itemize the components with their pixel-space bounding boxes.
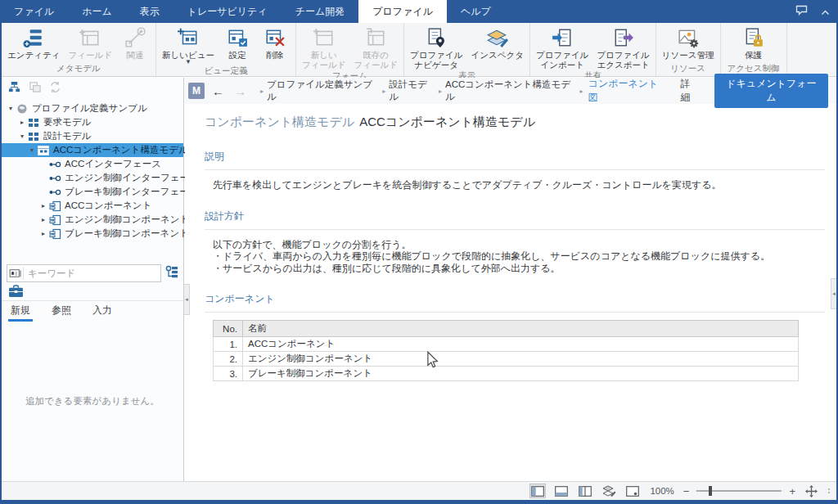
menu-tab-profile[interactable]: プロファイル bbox=[358, 0, 447, 23]
tab-new[interactable]: 新規 bbox=[10, 302, 31, 319]
expander-icon[interactable] bbox=[17, 119, 27, 126]
row-number-cell: 3. bbox=[214, 367, 243, 381]
filter-hierarchy-icon[interactable] bbox=[165, 265, 178, 281]
existing-field-icon bbox=[365, 27, 386, 48]
layout-navigator-view-button[interactable] bbox=[529, 484, 546, 498]
search-box bbox=[7, 264, 161, 282]
protect-button[interactable]: 保護 bbox=[735, 25, 773, 60]
component-diagram-link[interactable]: コンポーネント図 bbox=[588, 77, 666, 105]
field-icon bbox=[79, 27, 101, 48]
breadcrumb-item[interactable]: ACCコンポーネント構造モデル bbox=[445, 79, 577, 103]
table-row[interactable]: 3. ブレーキ制御コンポーネント bbox=[214, 367, 799, 381]
tree-item-profile-sample[interactable]: プロファイル定義サンプル bbox=[2, 101, 183, 115]
menu-tab-traceability[interactable]: トレーサビリティ bbox=[173, 0, 282, 23]
description-text[interactable]: 先行車を検出してエンジンとブレーキを統合制御することでアダプティブ・クルーズ・コ… bbox=[205, 179, 825, 191]
ribbon-group-form: 新しい フィールド 既存の フィールド フォーム bbox=[296, 23, 404, 76]
section-divider bbox=[205, 169, 825, 170]
breadcrumb-item[interactable]: プロファイル定義サンプル bbox=[267, 79, 379, 103]
breadcrumb-separator-icon bbox=[580, 88, 583, 95]
layout-bottom-panel-button[interactable] bbox=[553, 484, 570, 498]
collapse-inspector-handle[interactable]: ◂ bbox=[831, 278, 836, 309]
tree-item-engine-component[interactable]: エンジン制御コンポーネント bbox=[2, 213, 183, 227]
tree-item-brake-interface[interactable]: ブレーキ制御インターフェース bbox=[2, 185, 183, 199]
menu-tab-file[interactable]: ファイル bbox=[0, 0, 68, 23]
profile-export-button[interactable]: プロファイル エクスポート bbox=[592, 25, 653, 70]
interface-icon bbox=[48, 159, 61, 170]
zoom-slider-thumb[interactable] bbox=[709, 486, 712, 496]
resource-manage-button[interactable]: リソース管理 bbox=[658, 25, 719, 60]
tree-item-acc-component[interactable]: ACCコンポーネント bbox=[2, 199, 183, 213]
component-icon bbox=[48, 228, 61, 240]
menu-tab-view[interactable]: 表示 bbox=[126, 0, 173, 23]
pan-tool-icon[interactable] bbox=[803, 484, 819, 498]
forward-button[interactable]: → bbox=[232, 85, 249, 97]
tree-item-requirement-model[interactable]: 要求モデル bbox=[2, 115, 183, 129]
new-view-icon bbox=[178, 27, 199, 48]
existing-field-button: 既存の フィールド bbox=[349, 25, 401, 70]
feedback-icon[interactable] bbox=[795, 4, 808, 19]
section-heading-policy: 設計方針 bbox=[205, 209, 825, 223]
profile-navigator-button[interactable]: プロファイル ナビゲータ bbox=[406, 25, 466, 70]
expander-icon[interactable] bbox=[38, 216, 48, 223]
table-row[interactable]: 2. エンジン制御コンポーネント bbox=[214, 352, 799, 367]
breadcrumb: プロファイル定義サンプル 設計モデル ACCコンポーネント構造モデル bbox=[260, 79, 583, 103]
view-delete-button[interactable]: 削除 bbox=[256, 25, 294, 60]
model-view-icon[interactable] bbox=[8, 81, 20, 97]
button-label: プロファイル bbox=[410, 50, 462, 60]
policy-line: 以下の方針で、機能ブロックの分割を行う。 bbox=[213, 239, 825, 251]
ribbon-group-metamodel: エンティティ フィールド 関連 メタモデル bbox=[2, 23, 156, 76]
tree-item-label: ACCコンポーネント構造モデル bbox=[53, 144, 188, 156]
tree-item-acc-interface[interactable]: ACCインターフェース bbox=[2, 157, 183, 171]
keyword-search-input[interactable] bbox=[24, 268, 160, 278]
expander-icon[interactable] bbox=[38, 230, 48, 237]
detail-view-link[interactable]: 詳細 bbox=[681, 77, 700, 105]
menu-tab-home[interactable]: ホーム bbox=[68, 0, 126, 23]
collapse-ribbon-icon[interactable] bbox=[821, 4, 830, 19]
expander-icon[interactable] bbox=[27, 146, 37, 154]
collapse-sidebar-handle[interactable]: ◂ bbox=[184, 284, 190, 315]
row-name-cell[interactable]: ブレーキ制御コンポーネント bbox=[243, 367, 799, 381]
expander-icon[interactable] bbox=[17, 133, 27, 140]
inspector-button[interactable]: インスペクタ bbox=[466, 25, 527, 60]
expander-icon[interactable] bbox=[38, 202, 48, 209]
resize-grip[interactable] bbox=[828, 488, 830, 493]
table-row[interactable]: 1. ACCコンポーネント bbox=[214, 337, 799, 352]
inspector-toggle-icon[interactable] bbox=[601, 484, 617, 498]
layout-split-view-button[interactable] bbox=[577, 484, 593, 498]
zoom-out-icon[interactable]: − bbox=[683, 485, 690, 497]
zoom-in-icon[interactable]: + bbox=[789, 485, 795, 497]
zoom-level-value[interactable]: 100% bbox=[650, 486, 674, 496]
model-home-badge[interactable]: M bbox=[188, 83, 205, 99]
tree-item-label: エンジン制御コンポーネント bbox=[65, 214, 189, 226]
button-label: 設定 bbox=[228, 50, 246, 60]
tree-item-engine-interface[interactable]: エンジン制御インターフェース bbox=[2, 171, 183, 185]
text-input-icon bbox=[7, 267, 24, 280]
document-form-button[interactable]: ドキュメントフォーム bbox=[714, 74, 828, 108]
column-header-name: 名前 bbox=[243, 321, 799, 337]
new-view-button[interactable]: 新しいビュー ▼ bbox=[158, 25, 219, 65]
tree-item-brake-component[interactable]: ブレーキ制御コンポーネント bbox=[2, 227, 183, 241]
expander-icon[interactable] bbox=[6, 105, 16, 112]
ribbon-group-label: メタモデル bbox=[3, 62, 154, 76]
toolbox-icon[interactable] bbox=[8, 286, 24, 300]
profile-import-button[interactable]: プロファイル インポート bbox=[532, 25, 592, 70]
row-name-cell[interactable]: ACCコンポーネント bbox=[243, 337, 799, 352]
tab-reference[interactable]: 参照 bbox=[51, 302, 72, 319]
tab-input[interactable]: 入力 bbox=[92, 302, 113, 319]
policy-text[interactable]: 以下の方針で、機能ブロックの分割を行う。 ・ドライバ、車両からの入力を種別毎に機… bbox=[205, 239, 825, 275]
row-number-cell: 2. bbox=[214, 352, 243, 367]
row-name-cell[interactable]: エンジン制御コンポーネント bbox=[243, 352, 799, 367]
back-button[interactable]: ← bbox=[210, 85, 227, 97]
zoom-slider[interactable] bbox=[696, 485, 782, 497]
menu-tab-team[interactable]: チーム開発 bbox=[282, 0, 359, 23]
tree-item-design-model[interactable]: 設計モデル bbox=[2, 129, 183, 143]
entity-button[interactable]: エンティティ bbox=[3, 25, 64, 60]
tree-item-acc-structure-model[interactable]: ACCコンポーネント構造モデル bbox=[2, 143, 183, 157]
menu-tab-help[interactable]: ヘルプ bbox=[447, 0, 505, 23]
keyword-search-row bbox=[2, 264, 183, 282]
breadcrumb-separator-icon bbox=[439, 88, 442, 95]
view-settings-button[interactable]: 設定 bbox=[219, 25, 256, 60]
presentation-mode-icon[interactable] bbox=[624, 484, 641, 498]
breadcrumb-item[interactable]: 設計モデル bbox=[389, 79, 435, 103]
section-heading-description: 説明 bbox=[205, 150, 825, 164]
